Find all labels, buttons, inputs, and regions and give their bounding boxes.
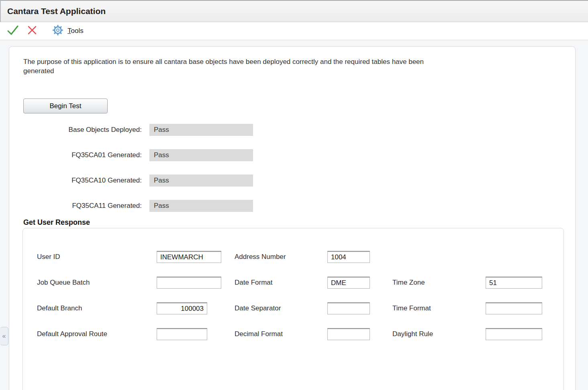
user-id-label: User ID bbox=[37, 253, 157, 261]
page-title: Cantara Test Application bbox=[7, 6, 106, 16]
status-value: Pass bbox=[149, 174, 253, 187]
app-description: The purpose of this application is to en… bbox=[23, 57, 549, 76]
time-format-input[interactable] bbox=[486, 302, 542, 314]
chevron-double-left-icon: « bbox=[2, 333, 6, 340]
default-approval-route-input[interactable] bbox=[157, 328, 207, 340]
x-icon bbox=[26, 24, 38, 38]
date-separator-label: Date Separator bbox=[235, 304, 327, 312]
date-format-label: Date Format bbox=[235, 279, 327, 287]
begin-test-button[interactable]: Begin Test bbox=[23, 99, 108, 113]
status-row-fq35ca01: FQ35CA01 Generated: Pass bbox=[23, 149, 561, 161]
default-branch-label: Default Branch bbox=[37, 304, 157, 312]
date-format-input[interactable] bbox=[327, 277, 370, 289]
get-user-response-panel: User ID Address Number Job Queue Batch D… bbox=[22, 228, 564, 390]
status-label: FQ35CA11 Generated: bbox=[23, 202, 142, 210]
decimal-format-input[interactable] bbox=[327, 328, 370, 340]
default-branch-input[interactable] bbox=[157, 302, 207, 314]
default-approval-route-label: Default Approval Route bbox=[37, 330, 157, 338]
user-id-input[interactable] bbox=[157, 251, 221, 263]
status-label: Base Objects Deployed: bbox=[23, 126, 142, 134]
status-value: Pass bbox=[149, 124, 253, 136]
titlebar: Cantara Test Application bbox=[0, 0, 588, 22]
job-queue-batch-label: Job Queue Batch bbox=[37, 279, 157, 287]
sidebar-collapse-button[interactable]: « bbox=[0, 327, 8, 345]
date-separator-input[interactable] bbox=[327, 302, 370, 314]
status-row-fq35ca10: FQ35CA10 Generated: Pass bbox=[23, 174, 561, 187]
status-value: Pass bbox=[149, 149, 253, 161]
status-label: FQ35CA10 Generated: bbox=[23, 177, 142, 185]
description-line-1: The purpose of this application is to en… bbox=[23, 58, 424, 66]
daylight-rule-input[interactable] bbox=[486, 328, 542, 340]
status-value: Pass bbox=[149, 200, 253, 212]
user-response-form: User ID Address Number Job Queue Batch D… bbox=[37, 251, 564, 340]
address-number-label: Address Number bbox=[235, 253, 327, 261]
address-number-input[interactable] bbox=[327, 251, 370, 263]
cancel-button[interactable] bbox=[22, 23, 42, 39]
job-queue-batch-input[interactable] bbox=[157, 277, 221, 289]
status-row-fq35ca11: FQ35CA11 Generated: Pass bbox=[23, 200, 561, 212]
time-zone-label: Time Zone bbox=[392, 279, 486, 287]
test-status-list: Base Objects Deployed: Pass FQ35CA01 Gen… bbox=[23, 124, 561, 212]
description-line-2: generated bbox=[23, 67, 54, 75]
status-row-base-objects: Base Objects Deployed: Pass bbox=[23, 124, 561, 136]
confirm-button[interactable] bbox=[3, 23, 22, 39]
time-format-label: Time Format bbox=[392, 304, 486, 312]
gear-icon bbox=[52, 25, 63, 37]
daylight-rule-label: Daylight Rule bbox=[392, 330, 486, 338]
decimal-format-label: Decimal Format bbox=[235, 330, 327, 338]
toolbar: Tools bbox=[0, 22, 588, 40]
section-title-get-user-response: Get User Response bbox=[23, 218, 561, 227]
time-zone-input[interactable] bbox=[486, 277, 542, 289]
status-label: FQ35CA01 Generated: bbox=[23, 151, 142, 159]
main-panel: The purpose of this application is to en… bbox=[9, 46, 576, 390]
tools-menu-button[interactable]: Tools bbox=[49, 23, 87, 39]
check-icon bbox=[6, 24, 19, 38]
tools-menu-label: Tools bbox=[67, 27, 84, 35]
